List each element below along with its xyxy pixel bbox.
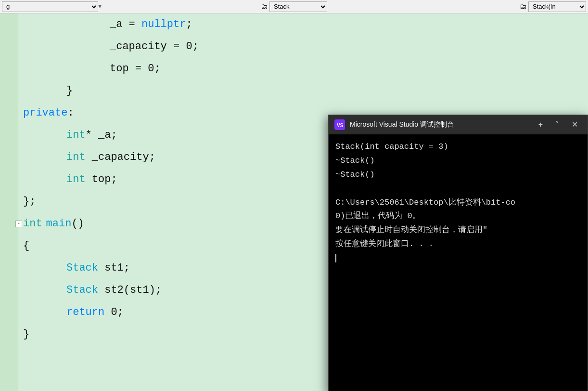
return-keyword: return <box>66 301 104 324</box>
code-text: _a = <box>110 13 141 36</box>
collapse-button[interactable]: - <box>15 221 22 227</box>
terminal-cursor <box>335 254 336 262</box>
code-line-3: top = 0; <box>23 58 588 80</box>
int-keyword-2: int <box>66 146 86 169</box>
code-line-2: _capacity = 0; <box>23 36 588 58</box>
code-text: }; <box>23 191 36 213</box>
svg-text:VS: VS <box>337 123 344 128</box>
stack-type: Stack <box>66 257 98 279</box>
code-text: ; <box>186 13 192 36</box>
code-text: () <box>71 213 84 235</box>
terminal-body: Stack(int capacity = 3) ~Stack() ~Stack(… <box>329 134 588 391</box>
code-text: st2(st1); <box>98 279 162 301</box>
terminal-chevron-button[interactable]: ˅ <box>551 119 563 130</box>
terminal-window: VS Microsoft Visual Studio 调试控制台 + ˅ ✕ S… <box>328 115 588 391</box>
terminal-title: Microsoft Visual Studio 调试控制台 <box>350 120 530 129</box>
terminal-blank <box>335 182 581 196</box>
code-line-4: } <box>23 80 588 102</box>
line-numbers <box>0 13 18 391</box>
nullptr-keyword: nullptr <box>141 13 186 36</box>
stack-type-2: Stack <box>66 279 98 301</box>
int-keyword: int <box>66 124 86 146</box>
terminal-line-1: Stack(int capacity = 3) <box>335 140 581 154</box>
code-text: top = 0; <box>110 58 161 80</box>
main-function: main <box>46 213 72 235</box>
code-text: 0; <box>104 301 124 324</box>
top-bar-middle: 🗂 Stack <box>261 1 518 12</box>
terminal-cursor-line <box>335 251 581 265</box>
code-text: } <box>23 324 29 346</box>
code-text: } <box>66 80 73 102</box>
terminal-line-2: ~Stack() <box>335 154 581 168</box>
stack-right-icon: 🗂 <box>520 3 526 11</box>
top-bar-right: 🗂 Stack(In <box>520 1 586 12</box>
main-container: g ▼ 🗂 Stack 🗂 Stack(In _a = <box>0 0 588 391</box>
terminal-line-6: 要在调试停止时自动关闭控制台，请启用" <box>335 223 581 237</box>
int-keyword-main: int <box>23 213 42 235</box>
private-keyword: private <box>23 102 67 124</box>
code-text: _capacity = <box>110 36 186 58</box>
left-arrow-icon: ▼ <box>98 3 102 10</box>
int-keyword-3: int <box>66 169 86 191</box>
top-bar: g ▼ 🗂 Stack 🗂 Stack(In <box>0 0 588 13</box>
terminal-line-4: C:\Users\25061\Desktop\比特资料\bit-co <box>335 196 581 210</box>
code-line-1: _a = nullptr ; <box>23 13 588 36</box>
terminal-line-3: ~Stack() <box>335 168 581 182</box>
code-text: { <box>23 235 29 257</box>
terminal-line-5: 0)已退出，代码为 0。 <box>335 209 581 223</box>
terminal-line-7: 按任意键关闭此窗口. . . <box>335 237 581 251</box>
terminal-close-button[interactable]: ✕ <box>568 119 582 130</box>
terminal-add-button[interactable]: + <box>535 119 547 130</box>
top-bar-left: g ▼ <box>2 1 259 12</box>
stack-member-dropdown[interactable]: Stack(In <box>528 1 586 12</box>
code-area: _a = nullptr ; _capacity = 0; top = 0; } <box>0 13 588 391</box>
code-text: 0; <box>186 36 198 58</box>
vs-icon: VS <box>334 119 345 130</box>
code-text: _capacity; <box>86 146 155 169</box>
stack-icon: 🗂 <box>261 3 268 11</box>
code-text: * _a; <box>86 124 117 146</box>
terminal-titlebar: VS Microsoft Visual Studio 调试控制台 + ˅ ✕ <box>329 115 588 134</box>
stack-dropdown[interactable]: Stack <box>269 1 327 12</box>
scope-dropdown[interactable]: g <box>2 1 98 12</box>
code-text: st1; <box>98 257 130 279</box>
code-text: : <box>67 102 74 124</box>
code-text: top; <box>86 169 117 191</box>
